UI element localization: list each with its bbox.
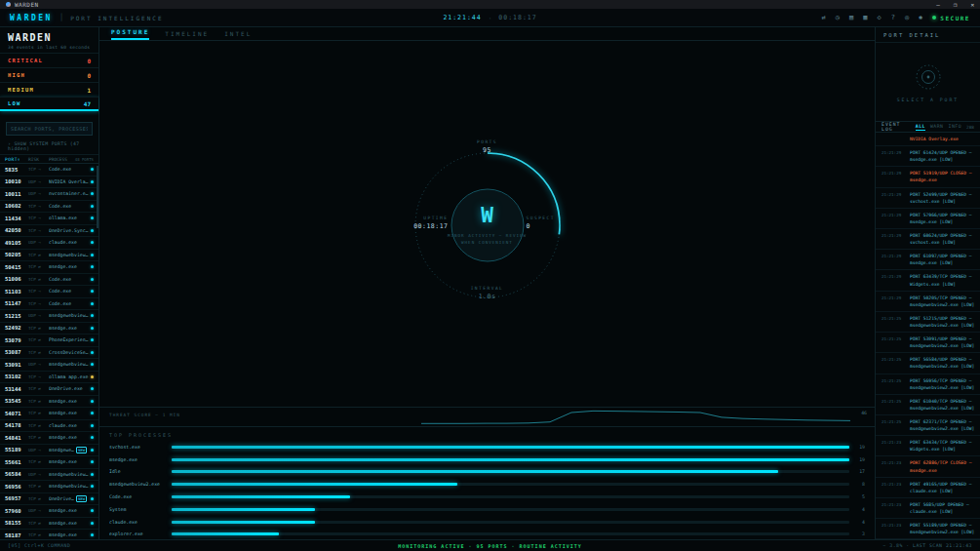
event-entry[interactable]: 21:21:23PORT 5685/UDP OPENED — claude.ex… [876, 498, 980, 519]
port-row[interactable]: 10602TCP →Code.exe [0, 201, 98, 214]
port-number: 53102 [5, 374, 28, 379]
port-row[interactable]: 56957TCP ⇄OneDrive.exeNEW [0, 493, 98, 506]
process-value: 19 [849, 457, 865, 462]
search-input[interactable] [6, 122, 93, 136]
port-row[interactable]: 50415TCP ⇄msedge.exe [0, 261, 98, 274]
security-posture-gauge: PORTS 95 UPTIME 00:18:17 SUSPECT 0 INTER… [341, 79, 634, 372]
grid-icon[interactable]: ▦ [863, 14, 867, 21]
port-process-name: CrossDeviceService... [49, 350, 89, 355]
event-entry[interactable]: 21:21:23PORT 63434/TCP OPENED — Widgets.… [876, 436, 980, 456]
port-row[interactable]: 56584UDP →msedgewebview2.exe [0, 469, 98, 482]
port-row[interactable]: 52492TCP ⇄msedge.exe [0, 323, 98, 335]
event-filter-warn[interactable]: WARN [930, 124, 944, 131]
port-row[interactable]: 51103TCP →Code.exe [0, 286, 98, 298]
port-row[interactable]: 51147TCP →Code.exe [0, 298, 98, 311]
tab-timeline[interactable]: TIMELINE [165, 30, 209, 40]
port-row[interactable]: 50205TCP ⇄msedgewebview2.exe [0, 250, 98, 262]
event-entry[interactable]: 21:21:25PORT 62371/TCP OPENED — msedgewe… [876, 415, 980, 436]
help-icon[interactable]: ? [891, 14, 895, 21]
port-row[interactable]: 54841TCP ⇄msedge.exe [0, 432, 98, 445]
arrows-icon[interactable]: ⇄ [822, 14, 826, 21]
port-row[interactable]: 53091UDP →msedgewebview2.exe [0, 359, 98, 372]
port-row[interactable]: 57960UDP →msedge.exe [0, 505, 98, 518]
port-row[interactable]: 5835TCP →Code.exe [0, 164, 98, 177]
port-row[interactable]: 49105UDP →claude.exe [0, 237, 98, 250]
event-entry[interactable]: 21:21:29PORT 61424/UDP OPENED — msedge.e… [876, 146, 980, 167]
tab-intel[interactable]: INTEL [224, 30, 252, 40]
diamond-icon[interactable]: ◇ [877, 14, 881, 21]
process-name: svchost.exe [109, 445, 172, 450]
port-protocol: UDP → [28, 448, 49, 453]
port-number: 53087 [5, 349, 28, 355]
event-entry[interactable]: 21:21:25PORT 53091/UDP OPENED — msedgewe… [876, 333, 980, 353]
port-row[interactable]: 10010UDP →NVIDIA Overlay.exe [0, 177, 98, 189]
severity-filter-medium[interactable]: MEDIUM1 [0, 82, 98, 97]
port-row[interactable]: 53079TCP ⇄PhoneExperienceH... [0, 335, 98, 347]
event-entry[interactable]: NVIDIA Overlay.exe [876, 133, 980, 146]
port-row[interactable]: 53144TCP ⇄OneDrive.exe [0, 383, 98, 396]
port-row[interactable]: 53102TCP →ollama app.exe [0, 372, 98, 384]
event-entry[interactable]: 21:21:25PORT 51215/UDP OPENED — msedgewe… [876, 312, 980, 333]
sidebar-scrollbar[interactable] [97, 166, 98, 228]
event-entry[interactable]: 21:21:25PORT 56956/TCP OPENED — msedgewe… [876, 374, 980, 395]
event-message: PORT 5685/UDP OPENED — claude.exe [LOW] [910, 501, 975, 515]
port-row[interactable]: 51215UDP →msedgewebview2.exe [0, 310, 98, 323]
severity-filter-critical[interactable]: CRITICAL0 [0, 53, 98, 67]
severity-filter-low[interactable]: LOW47 [0, 97, 98, 111]
settings-icon[interactable]: ✱ [919, 14, 922, 21]
event-entry[interactable]: 21:21:23PORT 49165/UDP OPENED — claude.e… [876, 478, 980, 498]
event-entry[interactable]: 21:21:25PORT 56584/UDP OPENED — msedgewe… [876, 353, 980, 374]
port-row[interactable]: 56956TCP ⇄msedgewebview2.exe [0, 481, 98, 493]
event-entry[interactable]: 21:21:23PORT 55189/UDP OPENED — msedgewe… [876, 519, 980, 539]
port-row[interactable]: 55189UDP →msedgewebv...NEW [0, 445, 98, 457]
port-status-dot [91, 485, 94, 488]
port-row[interactable]: 42050TCP →OneDrive.Sync.Serv... [0, 225, 98, 238]
maximize-button[interactable]: ❐ [954, 0, 958, 9]
process-name: Code.exe [109, 494, 172, 499]
port-row[interactable]: 54071TCP ⇄msedge.exe [0, 408, 98, 420]
event-timestamp: 21:21:25 [882, 377, 907, 391]
severity-filter-high[interactable]: HIGH0 [0, 67, 98, 82]
event-timestamp: 21:21:29 [882, 273, 907, 287]
posture-stage: PORTS 95 UPTIME 00:18:17 SUSPECT 0 INTER… [99, 41, 875, 407]
event-entry[interactable]: 21:21:23PORT 62886/TCP CLOSED — msedge.e… [876, 456, 980, 477]
event-timestamp: 21:21:29 [882, 295, 907, 308]
status-bar: [05] Ctrl+K COMMAND MONITORING ACTIVE · … [0, 539, 980, 551]
process-name: System [109, 507, 172, 512]
port-protocol: UDP → [28, 179, 49, 184]
rows-icon[interactable]: ▤ [849, 14, 853, 21]
clock-icon[interactable]: ◷ [836, 14, 840, 21]
event-filter-all[interactable]: ALL [916, 124, 925, 131]
event-entry[interactable]: 21:21:29PORT 57966/UDP OPENED — msedge.e… [876, 209, 980, 229]
minimize-button[interactable]: — [936, 0, 940, 9]
close-button[interactable]: ✕ [970, 0, 974, 9]
event-entry[interactable]: 21:21:29PORT 60624/UDP OPENED — svchost.… [876, 229, 980, 250]
event-entry[interactable]: 21:21:29PORT 52499/UDP OPENED — svchost.… [876, 188, 980, 209]
port-row[interactable]: 51006TCP ⇄Code.exe [0, 274, 98, 287]
event-entry[interactable]: 21:21:29PORT 50205/TCP OPENED — msedgewe… [876, 292, 980, 312]
port-row[interactable]: 53545TCP ⇄msedge.exe [0, 396, 98, 409]
column-port[interactable]: PORT↑ [5, 157, 28, 162]
event-timestamp: 21:21:29 [882, 253, 907, 266]
last-scan-info: ~ 3.8% · LAST SCAN 21:21:43 [883, 543, 972, 548]
severity-count: 0 [87, 58, 91, 64]
event-entry[interactable]: 21:21:25PORT 61040/TCP OPENED — msedgewe… [876, 395, 980, 415]
port-row[interactable]: 58155TCP ⇄msedge.exe [0, 518, 98, 531]
port-row[interactable]: 58187TCP ⇄msedge.exe [0, 530, 98, 539]
event-entry[interactable]: 21:21:29PORT 61097/UDP OPENED — msedge.e… [876, 250, 980, 270]
port-row[interactable]: 11434TCP →ollama.exe [0, 213, 98, 225]
show-system-ports-toggle[interactable]: › SHOW SYSTEM PORTS (47 hidden) [0, 138, 98, 154]
port-protocol: TCP ⇄ [28, 326, 49, 331]
target-icon[interactable]: ◎ [905, 14, 909, 21]
event-entry[interactable]: 21:21:29PORT 63439/TCP OPENED — Widgets.… [876, 270, 980, 291]
port-process-name: PhoneExperienceH... [49, 337, 89, 342]
clock: 21:21:44 [443, 14, 481, 21]
tab-posture[interactable]: POSTURE [111, 28, 149, 40]
port-row[interactable]: 54178TCP ⇄claude.exe [0, 420, 98, 433]
event-filter-info[interactable]: INFO [949, 124, 962, 131]
port-row[interactable]: 10011UDP →nvcontainer.exe [0, 188, 98, 201]
command-hint[interactable]: [05] Ctrl+K COMMAND [8, 543, 70, 548]
port-row[interactable]: 55661TCP ⇄msedge.exe [0, 456, 98, 469]
port-row[interactable]: 53087TCP ⇄CrossDeviceService... [0, 347, 98, 360]
event-entry[interactable]: 21:21:29PORT 51919/UDP CLOSED — msedge.e… [876, 167, 980, 187]
